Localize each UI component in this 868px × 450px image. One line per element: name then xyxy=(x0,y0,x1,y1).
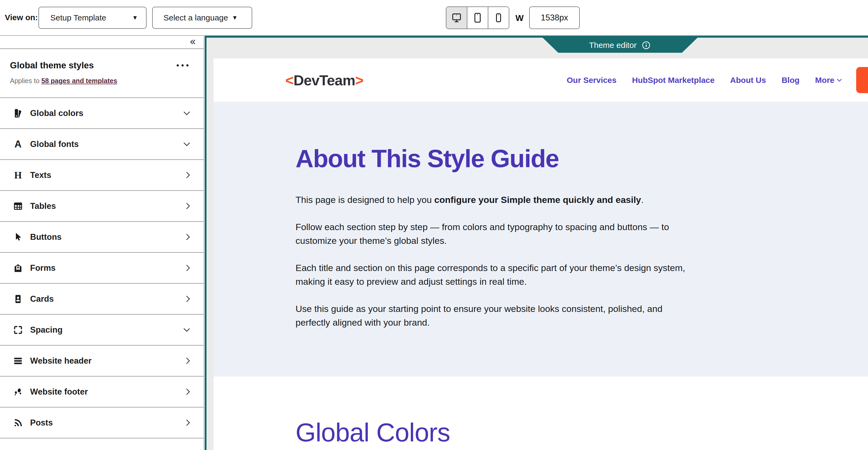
sidebar-item-label: Cards xyxy=(30,294,54,304)
svg-text:A: A xyxy=(14,139,22,149)
chevron-right-icon xyxy=(183,264,190,271)
site-nav: Our Services HubSpot Marketplace About U… xyxy=(566,76,841,85)
template-dropdown[interactable]: Setup Template ▼ xyxy=(38,7,147,29)
sidebar-item-label: Posts xyxy=(30,418,53,428)
theme-editor-tab-label: Theme editor xyxy=(589,40,637,50)
sidebar-item-label: Global fonts xyxy=(30,139,79,149)
chevron-down-icon xyxy=(183,109,190,115)
tablet-preview-button[interactable] xyxy=(467,7,488,29)
template-dropdown-value: Setup Template xyxy=(50,13,106,22)
site-preview: <DevTeam> Our Services HubSpot Marketpla… xyxy=(214,58,868,450)
hero-title: About This Style Guide xyxy=(296,144,868,173)
sidebar-header: Global theme styles Applies to 58 pages … xyxy=(0,49,204,98)
sidebar-item-cards[interactable]: Cards xyxy=(0,284,204,315)
chevron-right-icon xyxy=(183,419,190,426)
sidebar-item-label: Buttons xyxy=(30,232,62,242)
chevron-down-icon xyxy=(837,77,842,82)
mobile-preview-button[interactable] xyxy=(488,7,509,29)
global-colors-section: Global Colors xyxy=(214,376,868,450)
nav-link-about-us[interactable]: About Us xyxy=(730,76,766,85)
chevron-right-icon xyxy=(183,358,190,364)
sidebar-item-label: Website header xyxy=(30,356,92,366)
overflow-menu-icon[interactable] xyxy=(177,63,188,68)
website-header-icon xyxy=(13,356,23,366)
hero-paragraph-4: Use this guide as your starting point to… xyxy=(296,302,758,330)
sidebar-item-forms[interactable]: Forms xyxy=(0,253,204,284)
spacing-icon xyxy=(13,325,23,335)
chevron-right-icon xyxy=(183,234,190,240)
info-icon[interactable] xyxy=(641,40,651,50)
cta-button[interactable] xyxy=(856,67,868,93)
nav-link-label: Blog xyxy=(782,76,800,85)
sidebar-item-posts[interactable]: Posts xyxy=(0,407,204,439)
global-fonts-icon: A xyxy=(13,139,23,149)
buttons-icon xyxy=(13,232,23,242)
chevron-right-icon xyxy=(183,296,190,302)
chevron-right-icon xyxy=(183,172,190,178)
sidebar-item-global-colors[interactable]: Global colors xyxy=(0,98,204,129)
sidebar-item-spacing[interactable]: Spacing xyxy=(0,315,204,345)
svg-text:H: H xyxy=(14,170,22,180)
caret-down-icon: ▼ xyxy=(232,14,238,21)
hero-paragraph-3: Each title and section on this page corr… xyxy=(296,261,758,288)
website-footer-icon xyxy=(13,387,23,397)
sidebar-collapse-bar: « xyxy=(0,36,204,49)
nav-link-blog[interactable]: Blog xyxy=(782,76,800,85)
sidebar-item-buttons[interactable]: Buttons xyxy=(0,222,204,253)
applies-link[interactable]: 58 pages and templates xyxy=(41,77,117,85)
desktop-preview-button[interactable] xyxy=(446,7,467,29)
forms-icon xyxy=(13,263,23,273)
tablet-icon xyxy=(471,11,484,24)
device-toggle-group xyxy=(446,6,509,29)
applies-prefix: Applies to xyxy=(10,77,39,85)
tables-icon xyxy=(13,201,23,211)
global-colors-icon xyxy=(13,108,23,118)
sidebar-item-label: Global colors xyxy=(30,109,83,118)
language-dropdown[interactable]: Select a language ▼ xyxy=(152,7,252,29)
nav-link-label: HubSpot Marketplace xyxy=(632,76,715,85)
sidebar-item-label: Tables xyxy=(30,201,56,211)
nav-link-our-services[interactable]: Our Services xyxy=(566,76,616,85)
hero-paragraph-1: This page is designed to help you config… xyxy=(296,193,758,207)
logo-text: DevTeam xyxy=(293,72,355,88)
nav-link-label: Our Services xyxy=(566,76,616,85)
width-label: W xyxy=(516,13,524,23)
sidebar-item-tables[interactable]: Tables xyxy=(0,191,204,222)
language-dropdown-value: Select a language xyxy=(163,13,228,22)
nav-link-hubspot-marketplace[interactable]: HubSpot Marketplace xyxy=(632,76,715,85)
sidebar-item-global-fonts[interactable]: A Global fonts xyxy=(0,129,204,160)
sidebar-item-list: Global colors A Global fonts H Texts Tab… xyxy=(0,98,204,439)
texts-icon: H xyxy=(13,170,23,180)
posts-icon xyxy=(13,418,23,428)
top-toolbar: View on: Setup Template ▼ Select a langu… xyxy=(0,0,868,36)
sidebar: « Global theme styles Applies to 58 page… xyxy=(0,36,204,450)
nav-link-more[interactable]: More xyxy=(815,76,841,85)
hero-section: About This Style Guide This page is desi… xyxy=(214,102,868,376)
chevron-down-icon xyxy=(183,326,190,332)
collapse-sidebar-icon[interactable]: « xyxy=(190,35,196,48)
theme-editor-tab: Theme editor xyxy=(542,38,698,53)
hero-paragraph-2: Follow each section step by step — from … xyxy=(296,220,758,248)
sidebar-item-website-footer[interactable]: Website footer xyxy=(0,376,204,407)
cards-icon xyxy=(13,294,23,304)
view-on-label: View on: xyxy=(5,13,38,22)
global-colors-title: Global Colors xyxy=(296,417,868,448)
nav-link-label: More xyxy=(815,76,834,85)
caret-down-icon: ▼ xyxy=(132,14,138,21)
sidebar-item-label: Website footer xyxy=(30,387,88,397)
desktop-icon xyxy=(451,11,463,24)
logo-close-bracket: > xyxy=(355,72,364,88)
chevron-right-icon xyxy=(183,203,190,209)
mobile-icon xyxy=(492,11,505,24)
preview-pane: Theme editor <DevTeam> Our Services HubS… xyxy=(205,36,868,450)
site-header: <DevTeam> Our Services HubSpot Marketpla… xyxy=(214,58,868,102)
sidebar-item-label: Forms xyxy=(30,263,56,273)
sidebar-title: Global theme styles xyxy=(10,60,94,71)
width-input[interactable]: 1538px xyxy=(529,6,580,29)
chevron-down-icon xyxy=(183,140,190,146)
applies-to-text: Applies to 58 pages and templates xyxy=(10,77,188,85)
devteam-logo[interactable]: <DevTeam> xyxy=(285,72,363,88)
sidebar-item-website-header[interactable]: Website header xyxy=(0,345,204,376)
chevron-right-icon xyxy=(183,388,190,395)
sidebar-item-texts[interactable]: H Texts xyxy=(0,160,204,191)
